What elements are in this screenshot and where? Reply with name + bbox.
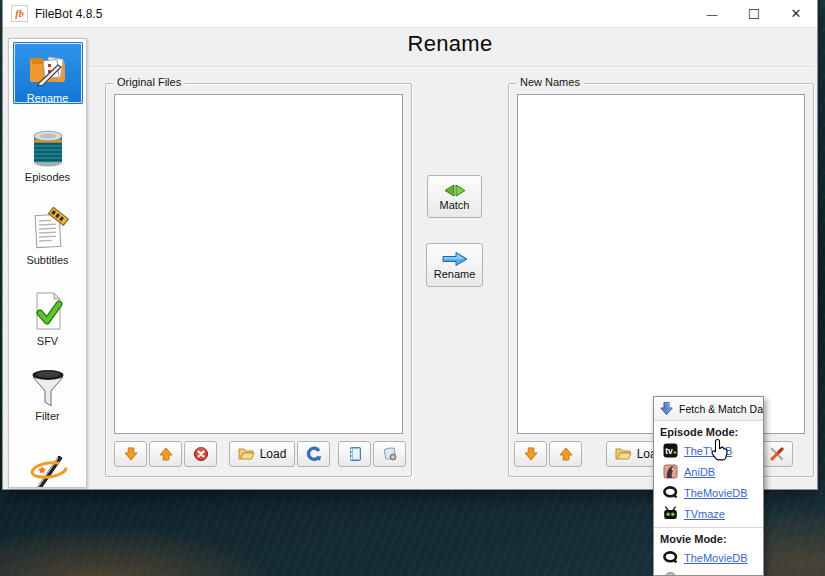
arrow-down-icon bbox=[523, 446, 539, 462]
header-divider bbox=[91, 66, 812, 68]
sidebar-item-label: Rename bbox=[14, 92, 82, 104]
sidebar-item-sfv[interactable]: SFV bbox=[13, 288, 83, 347]
subtitles-document-icon bbox=[25, 207, 71, 253]
sidebar-item-rename[interactable]: Rename bbox=[13, 42, 83, 104]
menu-item-omdb[interactable]: OMDb bbox=[654, 568, 763, 576]
clear-button[interactable] bbox=[760, 441, 793, 467]
episode-mode-label: Episode Mode: bbox=[654, 421, 763, 440]
omdb-link[interactable]: OMDb bbox=[684, 573, 716, 576]
load-button-original[interactable]: Load bbox=[229, 441, 295, 467]
format-notebook-button[interactable] bbox=[338, 441, 371, 467]
sidebar-item-filter[interactable]: Filter bbox=[13, 363, 83, 422]
notebook-icon bbox=[347, 446, 363, 462]
thetvdb-link[interactable]: TheTVDB bbox=[684, 445, 732, 457]
arrow-down-icon bbox=[123, 446, 139, 462]
menu-item-tvmaze[interactable]: TVmaze bbox=[654, 503, 763, 524]
refresh-button[interactable] bbox=[297, 441, 330, 467]
refresh-icon bbox=[306, 446, 322, 462]
sidebar-item-subtitles[interactable]: Subtitles bbox=[13, 207, 83, 266]
titlebar: fb FileBot 4.8.5 — ☐ ✕ bbox=[3, 0, 817, 28]
maximize-icon: ☐ bbox=[748, 6, 761, 22]
omdb-icon bbox=[663, 571, 678, 576]
rename-button[interactable]: Rename bbox=[426, 243, 483, 287]
folder-icon bbox=[615, 447, 632, 461]
clear-x-icon bbox=[769, 446, 785, 462]
script-settings-button[interactable] bbox=[373, 441, 406, 467]
popup-header-label: Fetch & Match Data bbox=[679, 403, 764, 415]
sidebar: Rename Episodes bbox=[8, 38, 87, 488]
page-title: Rename bbox=[93, 31, 807, 57]
menu-item-thetvdb[interactable]: tv TheTVDB bbox=[654, 440, 763, 461]
original-files-toolbar: Load bbox=[106, 441, 411, 467]
tvmaze-icon bbox=[663, 506, 678, 521]
app-icon: fb bbox=[11, 5, 28, 22]
original-files-list[interactable] bbox=[114, 94, 403, 434]
sidebar-item-label: Episodes bbox=[13, 171, 83, 183]
tvmaze-link[interactable]: TVmaze bbox=[684, 508, 725, 520]
blue-down-arrow-icon bbox=[659, 401, 674, 416]
arrow-up-icon bbox=[558, 446, 574, 462]
episodes-database-icon bbox=[25, 124, 71, 170]
minimize-icon: — bbox=[707, 8, 718, 20]
script-gear-icon bbox=[382, 446, 398, 462]
window-title: FileBot 4.8.5 bbox=[35, 7, 102, 21]
sfv-check-icon bbox=[25, 288, 71, 334]
move-down-button[interactable] bbox=[514, 441, 547, 467]
rename-folder-icon bbox=[25, 45, 71, 91]
thetvdb-icon: tv bbox=[663, 443, 678, 458]
filter-funnel-icon bbox=[25, 363, 71, 409]
desktop: { "window": { "title": "FileBot 4.8.5", … bbox=[0, 0, 825, 576]
move-down-button[interactable] bbox=[114, 441, 147, 467]
window-controls: — ☐ ✕ bbox=[691, 0, 817, 27]
rename-arrow-icon bbox=[441, 251, 469, 267]
close-icon: ✕ bbox=[791, 6, 802, 21]
sidebar-item-label: Subtitles bbox=[13, 254, 83, 266]
arrow-up-icon bbox=[158, 446, 174, 462]
original-files-title: Original Files bbox=[113, 76, 185, 88]
themoviedb-icon bbox=[663, 550, 678, 565]
sidebar-item-wand[interactable] bbox=[13, 446, 83, 488]
popup-header: Fetch & Match Data bbox=[654, 397, 763, 421]
move-up-button[interactable] bbox=[149, 441, 182, 467]
maximize-button[interactable]: ☐ bbox=[733, 0, 775, 27]
anidb-link[interactable]: AniDB bbox=[684, 466, 715, 478]
menu-item-themoviedb[interactable]: TheMovieDB bbox=[654, 482, 763, 503]
menu-item-anidb[interactable]: AniDB bbox=[654, 461, 763, 482]
sidebar-item-label: Filter bbox=[13, 410, 83, 422]
minimize-button[interactable]: — bbox=[691, 0, 733, 27]
sidebar-item-episodes[interactable]: Episodes bbox=[13, 124, 83, 183]
move-up-button[interactable] bbox=[549, 441, 582, 467]
match-button[interactable]: Match bbox=[427, 175, 482, 218]
new-names-title: New Names bbox=[516, 76, 584, 88]
themoviedb-movie-link[interactable]: TheMovieDB bbox=[684, 552, 748, 564]
remove-circle-icon bbox=[193, 446, 209, 462]
sidebar-item-label: SFV bbox=[13, 335, 83, 347]
anidb-icon bbox=[663, 464, 678, 479]
close-button[interactable]: ✕ bbox=[775, 0, 817, 27]
match-arrows-icon bbox=[442, 183, 468, 198]
svg-text:tv: tv bbox=[665, 446, 673, 456]
original-files-group: Original Files Load bbox=[105, 83, 412, 477]
new-names-list[interactable] bbox=[517, 94, 805, 434]
folder-icon bbox=[238, 447, 255, 461]
magic-wand-icon bbox=[25, 446, 71, 488]
fetch-match-popup: Fetch & Match Data Episode Mode: tv TheT… bbox=[653, 396, 764, 576]
themoviedb-link[interactable]: TheMovieDB bbox=[684, 487, 748, 499]
rename-button-label: Rename bbox=[434, 268, 476, 280]
match-button-label: Match bbox=[440, 199, 470, 211]
movie-mode-label: Movie Mode: bbox=[654, 528, 763, 547]
remove-button[interactable] bbox=[184, 441, 217, 467]
load-button-label: Load bbox=[260, 447, 287, 461]
themoviedb-icon bbox=[663, 485, 678, 500]
menu-item-themoviedb-movie[interactable]: TheMovieDB bbox=[654, 547, 763, 568]
